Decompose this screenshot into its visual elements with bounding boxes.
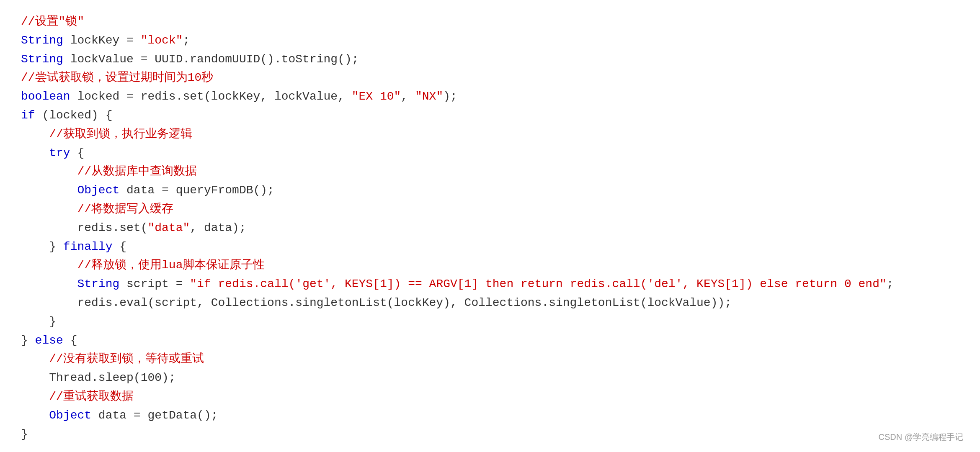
code-token — [21, 184, 77, 197]
code-token: "lock" — [141, 34, 183, 47]
code-token: boolean — [21, 90, 70, 103]
code-token: if — [21, 109, 35, 122]
code-token: "NX" — [415, 90, 443, 103]
code-block: //设置"锁"String lockKey = "lock";String lo… — [21, 13, 959, 444]
code-line: //设置"锁" — [21, 13, 959, 31]
watermark: CSDN @学亮编程手记 — [878, 430, 963, 444]
code-line: String lockValue = UUID.randomUUID().toS… — [21, 50, 959, 69]
code-token: { — [70, 146, 85, 159]
code-line: //尝试获取锁，设置过期时间为10秒 — [21, 69, 959, 87]
code-line: redis.set("data", data); — [21, 219, 959, 238]
code-line: //重试获取数据 — [21, 388, 959, 406]
comment-text: //尝试获取锁，设置过期时间为10秒 — [21, 71, 213, 84]
code-token: { — [112, 240, 126, 253]
code-token: "if redis.call('get', KEYS[1]) == ARGV[1… — [190, 277, 886, 290]
code-token: "EX 10" — [352, 90, 401, 103]
code-line: //将数据写入缓存 — [21, 200, 959, 219]
code-token: String — [21, 53, 63, 66]
code-token: locked = redis.set(lockKey, lockValue, — [70, 90, 352, 103]
code-line: //从数据库中查询数据 — [21, 162, 959, 181]
code-line: String script = "if redis.call('get', KE… — [21, 275, 959, 294]
comment-text: //重试获取数据 — [21, 390, 134, 403]
code-token: script = — [119, 277, 190, 290]
code-token: (locked) { — [35, 109, 113, 122]
code-line: redis.eval(script, Collections.singleton… — [21, 294, 959, 313]
code-token: else — [35, 334, 63, 347]
code-token: String — [21, 34, 63, 47]
code-token: , — [401, 90, 415, 103]
code-token: "data" — [147, 221, 190, 234]
code-line: } — [21, 425, 959, 444]
comment-text: //获取到锁，执行业务逻辑 — [21, 128, 192, 141]
comment-text: //没有获取到锁，等待或重试 — [21, 352, 204, 365]
code-token: } — [21, 240, 63, 253]
code-line: String lockKey = "lock"; — [21, 31, 959, 50]
code-token: } — [21, 334, 35, 347]
code-line: } — [21, 313, 959, 331]
code-token: , data); — [190, 221, 246, 234]
code-token: ; — [887, 277, 894, 290]
code-line: //释放锁，使用lua脚本保证原子性 — [21, 256, 959, 275]
code-line: } finally { — [21, 238, 959, 257]
code-line: boolean locked = redis.set(lockKey, lock… — [21, 87, 959, 106]
code-line: try { — [21, 144, 959, 163]
code-line: Object data = queryFromDB(); — [21, 181, 959, 200]
code-line: } else { — [21, 331, 959, 350]
code-token: Object — [49, 409, 91, 422]
code-token: redis.set( — [21, 221, 147, 234]
code-line: //获取到锁，执行业务逻辑 — [21, 125, 959, 144]
code-token: try — [49, 146, 70, 159]
code-token — [21, 277, 77, 290]
code-token: lockValue = UUID.randomUUID().toString()… — [63, 53, 359, 66]
code-token: ; — [183, 34, 190, 47]
code-line: Object data = getData(); — [21, 406, 959, 425]
code-token: String — [77, 277, 119, 290]
code-token: lockKey = — [63, 34, 141, 47]
code-line: //没有获取到锁，等待或重试 — [21, 350, 959, 369]
code-token: data = getData(); — [91, 409, 218, 422]
comment-text: //从数据库中查询数据 — [21, 165, 197, 178]
code-token — [21, 409, 49, 422]
code-token: data = queryFromDB(); — [119, 184, 274, 197]
code-token: ); — [443, 90, 457, 103]
code-token: Thread.sleep(100); — [21, 371, 176, 384]
code-line: Thread.sleep(100); — [21, 369, 959, 388]
comment-text: //将数据写入缓存 — [21, 203, 173, 216]
comment-text: //释放锁，使用lua脚本保证原子性 — [21, 259, 265, 272]
comment-text: //设置"锁" — [21, 15, 84, 28]
code-token: redis.eval(script, Collections.singleton… — [21, 296, 732, 309]
code-token: Object — [77, 184, 119, 197]
code-token: { — [63, 334, 77, 347]
code-token: } — [21, 428, 28, 441]
code-line: if (locked) { — [21, 106, 959, 125]
code-token: } — [21, 315, 56, 328]
code-token — [21, 146, 49, 159]
code-token: finally — [63, 240, 113, 253]
